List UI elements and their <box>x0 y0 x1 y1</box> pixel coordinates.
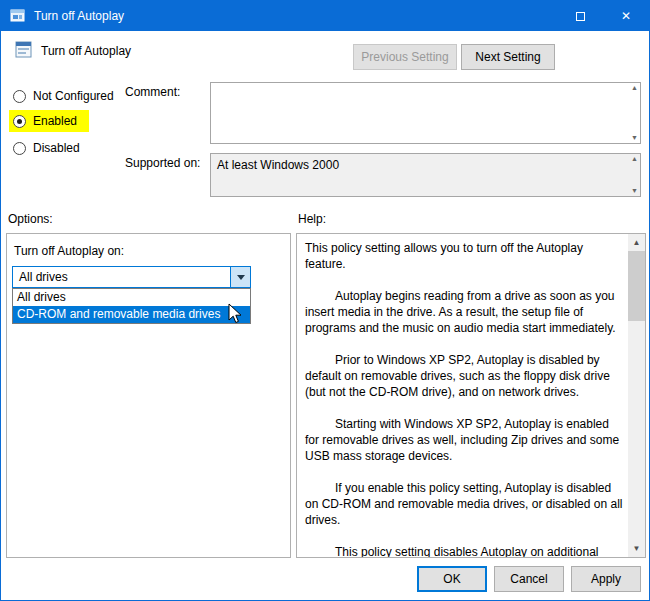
supported-on-value: At least Windows 2000 <box>217 158 339 172</box>
scrollbar-thumb[interactable] <box>628 251 645 321</box>
caption-buttons: ✕ <box>557 1 649 31</box>
help-paragraph: This policy setting disables Autoplay on… <box>305 544 623 557</box>
help-scrollbar[interactable]: ▲ ▼ <box>628 234 645 557</box>
chevron-down-icon <box>237 275 245 280</box>
setting-title: Turn off Autoplay <box>41 44 131 58</box>
help-paragraph: Autoplay begins reading from a drive as … <box>305 288 623 336</box>
radio-label: Not Configured <box>33 89 114 103</box>
ok-button[interactable]: OK <box>417 566 487 592</box>
maximize-icon <box>576 12 585 21</box>
radio-disabled[interactable]: Disabled <box>13 139 80 157</box>
radio-enabled[interactable]: Enabled <box>9 110 89 132</box>
window-icon <box>10 8 26 24</box>
titlebar[interactable]: Turn off Autoplay ✕ <box>1 1 649 31</box>
radio-label: Enabled <box>33 114 77 128</box>
policy-setting-icon <box>15 41 32 58</box>
scroll-down-icon[interactable]: ▼ <box>628 540 645 557</box>
cancel-button[interactable]: Cancel <box>494 566 564 592</box>
supported-on-label: Supported on: <box>125 156 200 170</box>
radio-circle-icon <box>13 142 26 155</box>
help-paragraph: If you enable this policy setting, Autop… <box>305 480 623 528</box>
comment-label: Comment: <box>125 85 180 99</box>
close-button[interactable]: ✕ <box>603 1 649 31</box>
combobox-value: All drives <box>13 270 230 284</box>
scroll-up-icon[interactable]: ▲ <box>631 155 638 163</box>
radio-circle-selected-icon <box>13 115 26 128</box>
scroll-up-icon[interactable]: ▲ <box>628 234 645 251</box>
help-paragraph: Starting with Windows XP SP2, Autoplay i… <box>305 416 623 464</box>
radio-label: Disabled <box>33 141 80 155</box>
apply-button[interactable]: Apply <box>571 566 641 592</box>
dropdown-field-label: Turn off Autoplay on: <box>14 244 124 258</box>
radio-circle-icon <box>13 90 26 103</box>
combobox-dropdown-button[interactable] <box>230 267 250 287</box>
help-panel: This policy setting allows you to turn o… <box>296 233 646 558</box>
help-paragraph: This policy setting allows you to turn o… <box>305 240 623 272</box>
window-title: Turn off Autoplay <box>34 9 124 23</box>
combobox-dropdown-list: All drives CD-ROM and removable media dr… <box>12 288 251 324</box>
help-section-label: Help: <box>298 212 326 226</box>
help-paragraph: Prior to Windows XP SP2, Autoplay is dis… <box>305 352 623 400</box>
dropdown-item-cdrom-removable[interactable]: CD-ROM and removable media drives <box>13 306 250 323</box>
policy-dialog: Turn off Autoplay ✕ Turn off Autoplay Pr… <box>0 0 650 601</box>
help-text: This policy setting allows you to turn o… <box>297 234 628 557</box>
scroll-down-icon[interactable]: ▼ <box>631 134 638 142</box>
next-setting-button[interactable]: Next Setting <box>461 44 555 70</box>
scroll-down-icon[interactable]: ▼ <box>631 187 638 195</box>
close-icon: ✕ <box>621 9 631 23</box>
scroll-up-icon[interactable]: ▲ <box>631 84 638 92</box>
dropdown-item-all-drives[interactable]: All drives <box>13 289 250 306</box>
comment-input[interactable]: ▲ ▼ <box>210 82 641 144</box>
autoplay-target-combobox[interactable]: All drives <box>12 266 251 288</box>
options-section-label: Options: <box>8 212 53 226</box>
supported-on-box[interactable]: At least Windows 2000 ▲ ▼ <box>210 153 641 197</box>
previous-setting-button[interactable]: Previous Setting <box>353 44 457 70</box>
maximize-button[interactable] <box>557 1 603 31</box>
radio-not-configured[interactable]: Not Configured <box>13 87 114 105</box>
options-panel: Turn off Autoplay on: All drives All dri… <box>6 233 291 558</box>
